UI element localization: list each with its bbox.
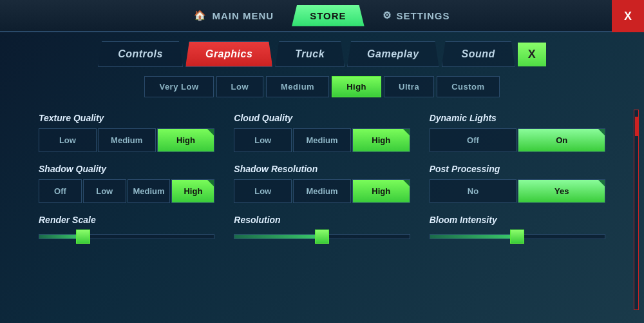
dynamic-lights-on[interactable]: On xyxy=(518,128,605,152)
quality-medium[interactable]: Medium xyxy=(266,76,329,97)
nav-store-label: STORE xyxy=(310,10,346,21)
scrollbar-thumb[interactable] xyxy=(635,117,639,136)
texture-quality-medium[interactable]: Medium xyxy=(98,128,156,152)
tab-gameplay-label: Gameplay xyxy=(367,48,419,59)
tab-close-icon: X xyxy=(528,48,536,61)
post-processing-label: Post Processing xyxy=(430,164,605,174)
tab-gameplay[interactable]: Gameplay xyxy=(347,41,439,67)
dynamic-lights-label: Dynamic Lights xyxy=(430,113,605,123)
shadow-quality-toggles: Off Low Medium High xyxy=(39,179,214,203)
gear-icon: ⚙ xyxy=(383,10,392,21)
close-icon: X xyxy=(624,10,632,23)
resolution-label: Resolution xyxy=(234,215,410,225)
quality-preset-bar: Very Low Low Medium High Ultra Custom xyxy=(0,73,644,106)
cloud-quality-label: Cloud Quality xyxy=(234,113,410,123)
shadow-quality-medium[interactable]: Medium xyxy=(128,179,171,203)
tab-graphics-label: Graphics xyxy=(205,48,252,59)
shadow-quality-high[interactable]: High xyxy=(171,179,214,203)
dynamic-lights-off[interactable]: Off xyxy=(430,128,517,152)
dynamic-lights-toggles: Off On xyxy=(430,128,605,152)
shadow-resolution-low[interactable]: Low xyxy=(234,179,292,203)
resolution-fill xyxy=(234,235,322,239)
bloom-intensity-fill xyxy=(430,235,518,239)
shadow-resolution-medium[interactable]: Medium xyxy=(293,179,351,203)
resolution-group: Resolution xyxy=(234,215,410,243)
tab-truck-label: Truck xyxy=(295,48,325,59)
nav-main-menu-label: MAIN MENU xyxy=(212,10,274,21)
texture-quality-high[interactable]: High xyxy=(157,128,215,152)
resolution-slider[interactable] xyxy=(234,230,410,243)
texture-quality-label: Texture Quality xyxy=(39,113,214,123)
quality-custom[interactable]: Custom xyxy=(437,76,499,97)
shadow-resolution-toggles: Low Medium High xyxy=(234,179,410,203)
tab-sound[interactable]: Sound xyxy=(442,41,515,67)
quality-high[interactable]: High xyxy=(332,76,381,97)
home-icon: 🏠 xyxy=(194,10,207,21)
settings-area: Texture Quality Low Medium High Cloud Qu… xyxy=(0,106,644,255)
bloom-intensity-label: Bloom Intensity xyxy=(430,215,605,225)
render-scale-slider[interactable] xyxy=(39,230,214,243)
tab-truck[interactable]: Truck xyxy=(275,41,345,67)
scrollbar[interactable] xyxy=(634,110,639,310)
texture-quality-low[interactable]: Low xyxy=(39,128,97,152)
quality-ultra[interactable]: Ultra xyxy=(384,76,434,97)
render-scale-group: Render Scale xyxy=(39,215,214,243)
texture-quality-toggles: Low Medium High xyxy=(39,128,214,152)
tab-bar: Controls Graphics Truck Gameplay Sound X xyxy=(0,32,644,73)
cloud-quality-group: Cloud Quality Low Medium High xyxy=(234,113,410,152)
shadow-resolution-high[interactable]: High xyxy=(352,179,410,203)
shadow-quality-group: Shadow Quality Off Low Medium High xyxy=(39,164,214,203)
shadow-quality-label: Shadow Quality xyxy=(39,164,214,174)
texture-quality-group: Texture Quality Low Medium High xyxy=(39,113,214,152)
dynamic-lights-group: Dynamic Lights Off On xyxy=(430,113,605,152)
tab-graphics[interactable]: Graphics xyxy=(185,41,272,67)
cloud-quality-toggles: Low Medium High xyxy=(234,128,410,152)
shadow-quality-low[interactable]: Low xyxy=(83,179,126,203)
close-button[interactable]: X xyxy=(612,0,644,32)
tab-controls-label: Controls xyxy=(118,48,163,59)
post-processing-group: Post Processing No Yes xyxy=(430,164,605,203)
post-processing-yes[interactable]: Yes xyxy=(518,179,605,203)
render-scale-track xyxy=(39,234,214,239)
nav-store[interactable]: STORE xyxy=(292,5,364,26)
cloud-quality-high[interactable]: High xyxy=(352,128,410,152)
post-processing-no[interactable]: No xyxy=(430,179,517,203)
shadow-resolution-label: Shadow Resolution xyxy=(234,164,410,174)
render-scale-thumb[interactable] xyxy=(76,230,90,244)
cloud-quality-medium[interactable]: Medium xyxy=(293,128,351,152)
quality-low[interactable]: Low xyxy=(216,76,264,97)
nav-main-menu[interactable]: 🏠 MAIN MENU xyxy=(176,5,292,26)
shadow-quality-off[interactable]: Off xyxy=(39,179,82,203)
shadow-resolution-group: Shadow Resolution Low Medium High xyxy=(234,164,410,203)
nav-settings-label: SETTINGS xyxy=(397,10,450,21)
top-navigation: 🏠 MAIN MENU STORE ⚙ SETTINGS X xyxy=(0,0,644,32)
resolution-thumb[interactable] xyxy=(315,230,329,244)
bloom-intensity-slider[interactable] xyxy=(430,230,605,243)
quality-very-low[interactable]: Very Low xyxy=(144,76,213,97)
nav-settings[interactable]: ⚙ SETTINGS xyxy=(365,5,468,26)
tab-close-button[interactable]: X xyxy=(518,43,546,66)
bloom-intensity-track xyxy=(430,234,605,239)
cloud-quality-low[interactable]: Low xyxy=(234,128,292,152)
tab-controls[interactable]: Controls xyxy=(98,41,183,67)
render-scale-label: Render Scale xyxy=(39,215,214,225)
bloom-intensity-group: Bloom Intensity xyxy=(430,215,605,243)
post-processing-toggles: No Yes xyxy=(430,179,605,203)
resolution-track xyxy=(234,234,410,239)
bloom-intensity-thumb[interactable] xyxy=(510,230,524,244)
tab-sound-label: Sound xyxy=(462,48,495,59)
